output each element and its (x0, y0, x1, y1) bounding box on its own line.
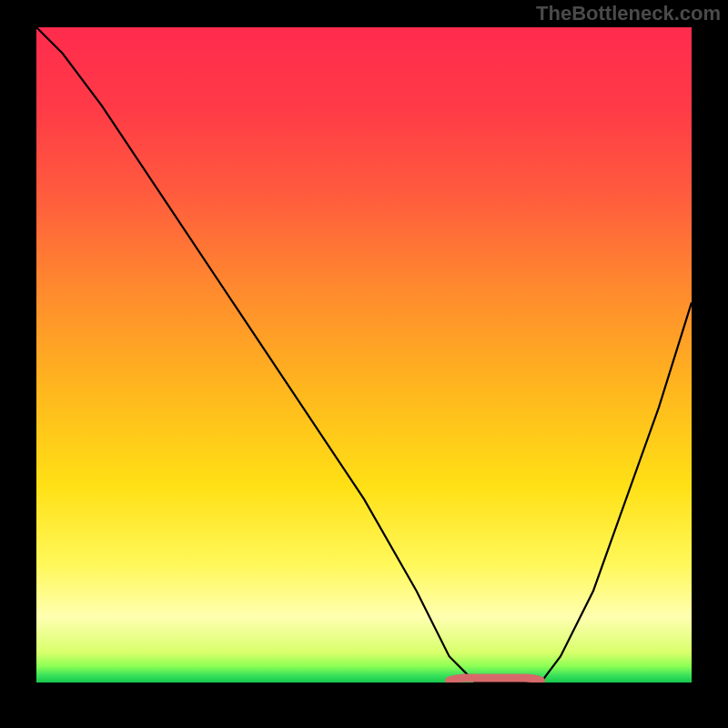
bottleneck-curve (36, 27, 692, 682)
watermark-text: TheBottleneck.com (536, 2, 721, 25)
bottleneck-flat-zone (450, 678, 541, 681)
chart-container: TheBottleneck.com (0, 0, 728, 728)
plot-area (36, 27, 692, 682)
curve-layer (36, 27, 692, 682)
